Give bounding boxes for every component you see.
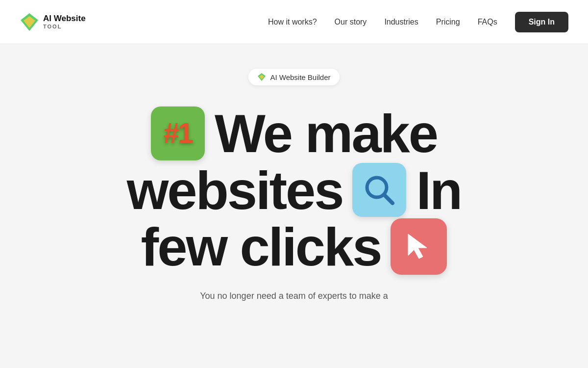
svg-line-5 — [384, 195, 392, 203]
nav-pricing[interactable]: Pricing — [436, 18, 460, 26]
badge-diamond-icon — [257, 73, 266, 81]
hero-badge: AI Website Builder — [248, 69, 339, 85]
nav-faqs[interactable]: FAQs — [478, 18, 497, 26]
search-icon — [362, 173, 396, 207]
logo-icon — [20, 12, 39, 32]
cursor-icon — [402, 230, 436, 263]
hero-section: AI Website Builder #1 We make websites I… — [0, 44, 588, 368]
logo-text: AI Website TOOL — [43, 14, 86, 29]
main-nav: How it works? Our story Industries Prici… — [268, 12, 568, 32]
nav-how-it-works[interactable]: How it works? — [268, 18, 317, 26]
hero-subtext: You no longer need a team of experts to … — [200, 291, 388, 301]
heading-line-2: websites In — [127, 162, 461, 219]
search-emoji — [352, 163, 406, 217]
logo[interactable]: AI Website TOOL — [20, 12, 86, 32]
number-one-emoji: #1 — [151, 106, 205, 160]
hero-heading: #1 We make websites In few clicks — [127, 105, 461, 275]
svg-marker-6 — [408, 234, 427, 259]
nav-industries[interactable]: Industries — [384, 18, 418, 26]
heading-line-1: #1 We make — [127, 105, 461, 162]
cursor-emoji — [391, 218, 447, 275]
nav-our-story[interactable]: Our story — [335, 18, 367, 26]
sign-in-button[interactable]: Sign In — [515, 12, 568, 32]
heading-line-3: few clicks — [127, 218, 461, 275]
header: AI Website TOOL How it works? Our story … — [0, 0, 588, 44]
